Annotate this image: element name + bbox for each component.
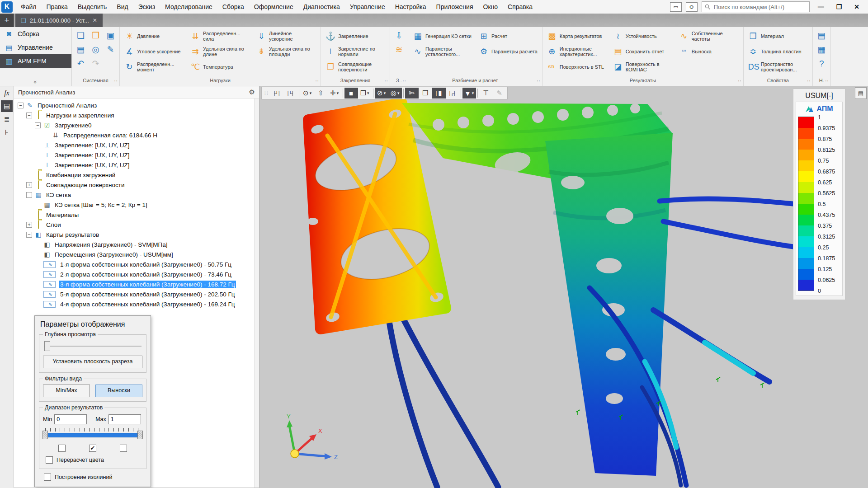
inertia-characteristics-button[interactable]: ⊕Инерционные характеристик... <box>544 44 610 59</box>
material-button[interactable]: ❐Материал <box>745 28 811 44</box>
pan-button[interactable]: ⇧ <box>314 88 328 99</box>
result-map-button[interactable]: ▩Карта результатов <box>544 28 610 44</box>
model-tree-button[interactable]: ▤ <box>1 100 13 112</box>
tree-node[interactable]: ⊥Закрепление: [UX, UY, UZ] <box>14 160 259 170</box>
close-button[interactable]: ✕ <box>850 3 863 10</box>
zoom-button[interactable]: ⊙▾ <box>301 88 314 99</box>
copy-properties-button[interactable]: ❐ <box>419 88 432 99</box>
tree-expander-icon[interactable]: + <box>26 182 32 188</box>
redo-button[interactable]: ↷ <box>89 57 102 70</box>
tree-node[interactable]: −✎Прочностной Анализ <box>14 100 259 110</box>
menu-item[interactable]: Управление <box>345 0 390 14</box>
tree-expander-icon[interactable]: − <box>26 113 32 118</box>
min-input[interactable] <box>54 414 87 424</box>
orientation-button[interactable]: ◳ <box>284 88 297 99</box>
fixture-button[interactable]: ⚓Закрепление <box>322 28 388 44</box>
structure-panel-button[interactable]: ⊦ <box>1 127 13 138</box>
menu-item[interactable]: Настройка <box>390 0 431 14</box>
save-as-button[interactable]: ✎ <box>104 43 117 56</box>
sections-panel-button[interactable]: ≣ <box>1 113 13 125</box>
recalc-colors-checkbox[interactable] <box>46 456 53 464</box>
menu-item[interactable]: Справка <box>503 0 538 14</box>
probe-button[interactable]: ✎ <box>493 88 506 99</box>
menu-item[interactable]: Окно <box>478 0 503 14</box>
tree-expander-icon[interactable]: − <box>18 103 24 108</box>
menu-item[interactable]: Оформление <box>249 0 298 14</box>
depth-slider-handle[interactable] <box>44 341 50 351</box>
ribbon-collapse[interactable]: » <box>0 78 71 86</box>
isolines-checkbox[interactable] <box>44 474 51 481</box>
stl-surface-button[interactable]: STLПоверхность в STL <box>544 59 610 75</box>
dialog-launcher-icon[interactable]: ∷ <box>738 79 741 84</box>
requirements-panel-icon[interactable]: ▤ <box>855 87 867 99</box>
eigenfrequencies-button[interactable]: ∿Собственные частоты <box>676 28 742 44</box>
tree-expander-icon[interactable]: + <box>26 222 32 228</box>
distributed-force-button[interactable]: ⇊Распределенн... сила <box>187 28 253 44</box>
menu-item[interactable]: Вид <box>112 0 133 14</box>
menu-item[interactable]: Сборка <box>217 0 249 14</box>
measure-button[interactable]: ⊤ <box>479 88 493 99</box>
fatigue-parameters-button[interactable]: ∿Параметры усталостного... <box>410 44 476 59</box>
linear-acceleration-button[interactable]: ⇓Линейное ускорение <box>253 28 319 44</box>
tree-node[interactable]: ⊥Закрепление: [UX, UY, UZ] <box>14 140 259 150</box>
save-button[interactable]: ▣ <box>104 29 117 42</box>
filter-button[interactable]: ▼▾ <box>462 88 476 99</box>
ghost-display-button[interactable]: ◎▾ <box>388 88 402 99</box>
report-table-button[interactable]: ▦ <box>815 43 828 56</box>
dialog-launcher-icon[interactable]: ∷ <box>316 79 318 84</box>
range-checkbox[interactable] <box>58 445 66 452</box>
search-input[interactable] <box>713 3 807 11</box>
tab-close-icon[interactable]: ✕ <box>93 17 97 23</box>
plate-thickness-button[interactable]: ≎Толщина пластин <box>745 44 811 59</box>
toolbar-grip-icon[interactable]: ∷ <box>263 90 270 96</box>
dialog-launcher-icon[interactable]: ∷ <box>385 79 387 84</box>
calculate-button[interactable]: ⊞Расчет <box>476 28 541 44</box>
minmax-filter-button[interactable]: Min/Max <box>43 385 90 397</box>
coincident-surfaces-button[interactable]: ❐Совпадающие поверхности <box>322 59 388 75</box>
dialog-launcher-icon[interactable]: ∷ <box>825 79 828 84</box>
tree-scrollbar[interactable] <box>254 99 259 488</box>
restore-button[interactable]: ❐ <box>832 3 846 10</box>
tree-node[interactable]: ∿3-я форма собственных колебаний (Загруж… <box>14 279 259 289</box>
formula-panel-button[interactable]: fx <box>1 87 13 99</box>
menu-item[interactable]: Моделирование <box>160 0 217 14</box>
range-slider[interactable] <box>43 433 142 437</box>
ribbon-mode-upravlenie[interactable]: ▤Управление <box>0 41 71 54</box>
force-per-area-button[interactable]: ⇟Удельная сила по площади <box>253 44 319 59</box>
new-tab-button[interactable]: + <box>0 14 14 27</box>
stability-button[interactable]: ≀Устойчивость <box>610 28 676 44</box>
tree-node[interactable]: −☑Загружение0 <box>14 120 259 130</box>
temperature-button[interactable]: ℃Температура <box>187 59 253 75</box>
tree-expander-icon[interactable]: − <box>26 192 32 198</box>
dialog-launcher-icon[interactable]: ∷ <box>114 79 117 84</box>
distributed-moment-button[interactable]: ↻Распределенн... момент <box>121 59 187 75</box>
tree-node[interactable]: ∿1-я форма собственных колебаний (Загруж… <box>14 259 259 269</box>
command-search[interactable] <box>702 1 810 12</box>
cutaway-button[interactable]: ◨ <box>432 88 446 99</box>
tree-expander-icon[interactable]: − <box>26 232 32 238</box>
print-button[interactable]: ▤ <box>74 43 87 56</box>
kompas-logo-icon[interactable]: K <box>1 1 13 13</box>
window-layout-icon[interactable]: ▭ <box>670 2 682 12</box>
design-space-button[interactable]: DSПространство проектирован... <box>745 59 811 75</box>
depth-slider[interactable] <box>44 341 142 351</box>
move-component-button[interactable]: ✛▾ <box>328 88 341 99</box>
tree-node[interactable]: ▦КЭ сетка [Шаг = 5; Кс = 2; Кр = 1] <box>14 200 259 210</box>
print-preview-button[interactable]: ◎ <box>89 43 102 56</box>
shaded-display-button[interactable]: ■ <box>344 88 358 99</box>
tree-node[interactable]: ∿2-я форма собственных колебаний (Загруж… <box>14 269 259 279</box>
callouts-filter-button[interactable]: Выноски <box>95 385 142 397</box>
hide-objects-button[interactable]: ⊘▾ <box>375 88 388 99</box>
tree-node[interactable]: −Нагрузки и закрепления <box>14 110 259 120</box>
dialog-launcher-icon[interactable]: ∷ <box>537 79 539 84</box>
viewport[interactable]: ) ∷◰◳⊙▾⇧✛▾■❒▾⊘▾◎▾✄❐◨◲▼▾⊤✎ <box>259 86 868 488</box>
undo-button[interactable]: ↶ <box>74 57 87 70</box>
menu-item[interactable]: Приложения <box>431 0 478 14</box>
range-checkbox[interactable] <box>120 445 127 452</box>
new-file-button[interactable]: ❏ <box>74 29 87 42</box>
callout-button[interactable]: ¹²³Выноска <box>676 44 742 59</box>
force-per-length-button[interactable]: ⇉Удельная сила по длине <box>187 44 253 59</box>
tree-node[interactable]: ◧Перемещения (Загружение0) - USUM[мм] <box>14 249 259 259</box>
tree-node[interactable]: ∿4-я форма собственных колебаний (Загруж… <box>14 299 259 309</box>
ribbon-mode-sborka[interactable]: ◙Сборка <box>0 27 71 41</box>
